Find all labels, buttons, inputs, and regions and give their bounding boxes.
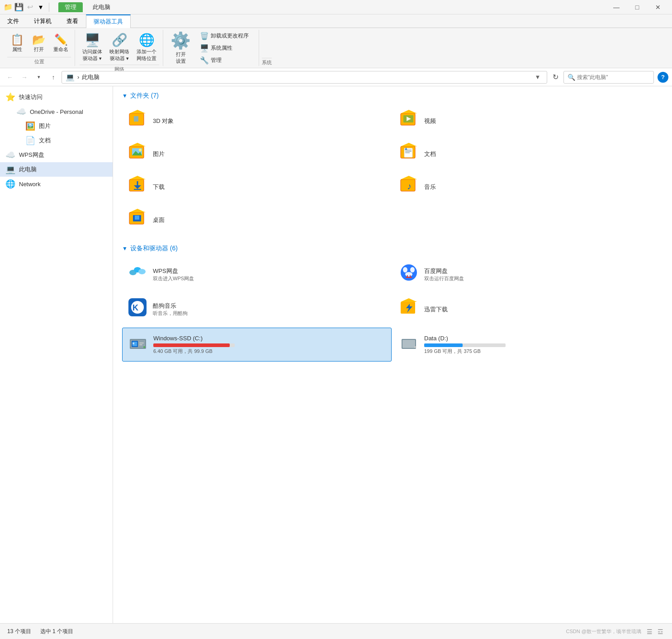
folder-pictures[interactable]: 图片 xyxy=(122,138,392,169)
maximize-button[interactable]: □ xyxy=(627,0,648,14)
ribbon-group-location: 📋 属性 📂 打开 ✏️ 重命名 位置 xyxy=(4,30,75,66)
list-view[interactable]: ☲ xyxy=(656,627,665,636)
this-pc-icon: 💻 xyxy=(5,164,15,174)
system-properties-button[interactable]: 🖥️ 系统属性 xyxy=(197,43,251,53)
uninstall-button[interactable]: 🗑️ 卸载或更改程序 xyxy=(197,31,251,41)
folder-3d-objects[interactable]: 3D 对象 xyxy=(122,105,392,136)
onedrive-icon: ☁️ xyxy=(16,107,26,117)
sidebar: ⭐ 快速访问 ☁️ OneDrive - Personal 🖼️ 图片 📄 文档… xyxy=(0,86,113,623)
add-network-button[interactable]: 🌐 添加一个网络位置 xyxy=(134,31,159,64)
tab-drive-tools[interactable]: 驱动器工具 xyxy=(86,14,131,28)
undo-icon: ↩ xyxy=(25,3,34,12)
media-access-button[interactable]: 🖥️ 访问媒体驱动器 ▾ xyxy=(80,31,105,64)
folder-documents[interactable]: A 文档 xyxy=(393,138,663,169)
app-icon: 📁 xyxy=(4,3,13,12)
forward-button[interactable]: → xyxy=(18,71,31,84)
sidebar-item-network[interactable]: 🌐 Network xyxy=(0,177,113,191)
devices-chevron: ▼ xyxy=(122,245,128,252)
properties-button[interactable]: 📋 属性 xyxy=(7,33,27,55)
tab-file[interactable]: 文件 xyxy=(0,14,27,28)
ribbon: 文件 计算机 查看 驱动器工具 📋 属性 📂 打开 ✏️ 重命名 位置 xyxy=(0,14,672,68)
network-icon: 🌐 xyxy=(5,179,15,189)
svg-point-54 xyxy=(143,346,145,348)
folders-title: 文件夹 (7) xyxy=(130,92,159,100)
back-button[interactable]: ← xyxy=(4,71,16,84)
folder-desktop[interactable]: 桌面 xyxy=(122,204,392,235)
manage-tab[interactable]: 管理 xyxy=(58,2,83,12)
baidu-drive-info: 百度网盘 双击运行百度网盘 xyxy=(424,267,658,282)
drive-kugou[interactable]: K 酷狗音乐 听音乐，用酷狗 xyxy=(122,293,392,326)
sidebar-item-this-pc[interactable]: 💻 此电脑 xyxy=(0,162,113,177)
address-dropdown[interactable]: ▼ xyxy=(532,74,543,80)
close-button[interactable]: ✕ xyxy=(648,0,668,14)
minimize-button[interactable]: — xyxy=(606,0,627,14)
titlebar-icons: 📁 💾 ↩ ▾ xyxy=(4,3,51,12)
baidu-drive-icon xyxy=(399,263,419,287)
folder-music[interactable]: ♪ 音乐 xyxy=(393,171,663,202)
sidebar-item-documents[interactable]: 📄 文档 xyxy=(9,133,113,148)
open-settings-button[interactable]: ⚙️ 打开设置 xyxy=(168,31,194,65)
manage-button[interactable]: 🔧 管理 xyxy=(197,55,251,66)
devices-grid: WPS网盘 双击进入WPS网盘 xyxy=(122,258,663,362)
svg-rect-52 xyxy=(139,343,144,343)
sidebar-item-quick-access[interactable]: ⭐ 快速访问 xyxy=(0,90,113,104)
svg-marker-45 xyxy=(401,298,417,302)
help-button[interactable]: ? xyxy=(658,72,668,83)
drive-c[interactable]: Windows-SSD (C:) 6.40 GB 可用，共 99.9 GB xyxy=(122,328,392,362)
titlebar-title: 管理 此电脑 xyxy=(58,2,117,12)
d-drive-bar xyxy=(424,343,463,347)
d-drive-bar-container xyxy=(424,343,506,347)
music-folder-icon: ♪ xyxy=(399,175,419,199)
drive-wps[interactable]: WPS网盘 双击进入WPS网盘 xyxy=(122,258,392,291)
tab-computer[interactable]: 计算机 xyxy=(27,14,59,28)
sidebar-item-onedrive[interactable]: ☁️ OneDrive - Personal xyxy=(9,104,113,119)
up-button[interactable]: ↑ xyxy=(47,71,60,84)
desktop-folder-icon xyxy=(128,208,147,232)
drive-xunlei[interactable]: 迅雷下载 xyxy=(393,293,663,326)
folders-grid: 3D 对象 视频 图片 A 文档 xyxy=(122,105,663,235)
folder-downloads[interactable]: 下载 xyxy=(122,171,392,202)
open-button[interactable]: 📂 打开 xyxy=(29,33,49,55)
svg-point-57 xyxy=(414,346,416,348)
svg-marker-13 xyxy=(401,143,417,146)
ribbon-group-open: ⚙️ 打开设置 🗑️ 卸载或更改程序 🖥️ 系统属性 🔧 管理 xyxy=(164,30,259,66)
svg-text:K: K xyxy=(133,303,138,312)
d-drive-info: Data (D:) 199 GB 可用，共 375 GB xyxy=(424,335,658,355)
watermark: CSDN @散一世繁华，顷半世琉璃 xyxy=(566,628,641,635)
save-icon[interactable]: 💾 xyxy=(14,3,24,12)
sidebar-item-pictures[interactable]: 🖼️ 图片 xyxy=(9,119,113,133)
ribbon-tabs: 文件 计算机 查看 驱动器工具 xyxy=(0,14,672,28)
sys-props-icon: 🖥️ xyxy=(200,44,209,52)
drive-baidu[interactable]: 百度网盘 双击运行百度网盘 xyxy=(393,258,663,291)
sidebar-item-wps[interactable]: ☁️ WPS网盘 xyxy=(0,148,113,162)
refresh-button[interactable]: ↻ xyxy=(549,71,562,84)
folder-videos[interactable]: 视频 xyxy=(393,105,663,136)
tab-view[interactable]: 查看 xyxy=(59,14,86,28)
system-label: 系统 xyxy=(262,58,272,66)
content-area: ▼ 文件夹 (7) 3D 对象 视频 xyxy=(113,86,672,623)
d-drive-icon xyxy=(399,333,419,357)
rename-button[interactable]: ✏️ 重命名 xyxy=(51,33,71,55)
large-icons-view[interactable]: ☰ xyxy=(645,627,654,636)
xunlei-icon xyxy=(399,297,419,321)
search-input[interactable] xyxy=(577,74,650,80)
drive-d[interactable]: Data (D:) 199 GB 可用，共 375 GB xyxy=(393,328,663,362)
c-drive-icon xyxy=(128,333,148,357)
svg-point-37 xyxy=(405,272,412,277)
address-path[interactable]: 💻›此电脑▼ xyxy=(62,71,547,84)
search-box[interactable]: 🔍 xyxy=(563,71,654,84)
svg-rect-39 xyxy=(410,275,411,277)
properties-icon: 📋 xyxy=(10,34,24,45)
svg-marker-25 xyxy=(401,176,417,179)
svg-marker-4 xyxy=(401,110,417,113)
onedrive-section: ☁️ OneDrive - Personal 🖼️ 图片 📄 文档 xyxy=(0,104,113,148)
map-network-button[interactable]: 🔗 映射网络驱动器 ▾ xyxy=(107,31,132,64)
downloads-folder-icon xyxy=(128,175,147,199)
devices-section-header[interactable]: ▼ 设备和驱动器 (6) xyxy=(122,244,663,253)
svg-marker-20 xyxy=(129,176,146,179)
svg-rect-38 xyxy=(407,275,408,277)
svg-marker-28 xyxy=(129,209,146,212)
recent-button[interactable]: ▾ xyxy=(33,71,45,84)
dropdown-icon[interactable]: ▾ xyxy=(36,3,45,12)
folders-section-header[interactable]: ▼ 文件夹 (7) xyxy=(122,92,663,100)
